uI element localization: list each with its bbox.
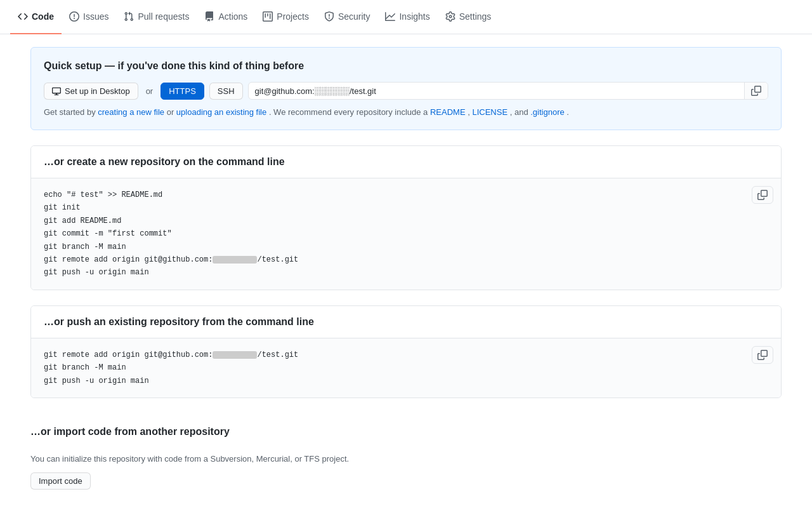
nav-item-insights[interactable]: Insights — [377, 0, 437, 34]
copy-url-button[interactable] — [744, 83, 768, 99]
nav-item-security[interactable]: Security — [317, 0, 378, 34]
nav-item-code[interactable]: Code — [10, 0, 62, 34]
code-icon — [18, 11, 28, 22]
copy-create-icon — [757, 190, 768, 200]
nav-item-actions[interactable]: Actions — [197, 0, 255, 34]
push-existing-code: git remote add origin git@github.com:/te… — [44, 349, 768, 387]
settings-icon — [445, 11, 455, 22]
desktop-icon — [52, 86, 61, 95]
protip: ProTip! Use the URL for this page when a… — [30, 502, 782, 508]
push-existing-code-block: git remote add origin git@github.com:/te… — [31, 338, 781, 398]
copy-icon — [751, 86, 761, 96]
create-new-code-block: echo "# test" >> README.md git init git … — [31, 178, 781, 290]
import-description: You can initialize this repository with … — [30, 454, 782, 464]
desktop-btn-label: Set up in Desktop — [65, 86, 130, 96]
nav-label-actions: Actions — [218, 11, 247, 22]
url-row: Set up in Desktop or HTTPS SSH — [44, 82, 768, 100]
main-content: Quick setup — if you've done this kind o… — [20, 34, 792, 508]
url-input-wrapper — [248, 82, 768, 100]
or-text: or — [143, 86, 156, 96]
nav-label-issues: Issues — [83, 11, 108, 22]
copy-push-button[interactable] — [752, 346, 773, 364]
copy-create-button[interactable] — [752, 186, 773, 204]
nav-item-settings[interactable]: Settings — [438, 0, 499, 34]
import-code-button[interactable]: Import code — [30, 472, 91, 490]
projects-icon — [263, 11, 273, 22]
setup-desktop-button[interactable]: Set up in Desktop — [44, 83, 138, 100]
ssh-button[interactable]: SSH — [209, 83, 243, 100]
create-new-section: …or create a new repository on the comma… — [30, 145, 782, 290]
security-icon — [324, 11, 334, 22]
nav-label-settings: Settings — [459, 11, 492, 22]
nav-label-projects: Projects — [277, 11, 309, 22]
quick-setup-box: Quick setup — if you've done this kind o… — [30, 47, 782, 130]
create-new-code: echo "# test" >> README.md git init git … — [44, 189, 768, 279]
issue-icon — [69, 11, 79, 22]
import-title: …or import code from another repository — [30, 426, 782, 448]
gitignore-link[interactable]: .gitignore — [530, 107, 564, 117]
pr-icon — [124, 11, 134, 22]
actions-icon — [204, 11, 214, 22]
create-new-file-link[interactable]: creating a new file — [98, 107, 164, 117]
nav-label-insights: Insights — [399, 11, 429, 22]
upload-file-link[interactable]: uploading an existing file — [176, 107, 266, 117]
copy-push-icon — [757, 350, 768, 360]
nav-label-pr: Pull requests — [138, 11, 189, 22]
readme-link[interactable]: README — [430, 107, 466, 117]
nav-item-pull-requests[interactable]: Pull requests — [116, 0, 197, 34]
push-existing-section: …or push an existing repository from the… — [30, 305, 782, 398]
url-input[interactable] — [249, 83, 744, 99]
import-section: …or import code from another repository … — [30, 413, 782, 502]
nav-item-projects[interactable]: Projects — [255, 0, 317, 34]
insights-icon — [385, 11, 395, 22]
push-existing-header: …or push an existing repository from the… — [31, 306, 781, 338]
nav-item-issues[interactable]: Issues — [62, 0, 116, 34]
license-link[interactable]: LICENSE — [472, 107, 508, 117]
nav-label-code: Code — [32, 11, 54, 22]
quick-setup-title: Quick setup — if you've done this kind o… — [44, 60, 768, 72]
https-button[interactable]: HTTPS — [160, 83, 204, 100]
get-started-text: Get started by creating a new file or up… — [44, 107, 768, 117]
top-nav: Code Issues Pull requests Actions — [0, 0, 812, 34]
create-new-header: …or create a new repository on the comma… — [31, 146, 781, 178]
nav-label-security: Security — [338, 11, 370, 22]
